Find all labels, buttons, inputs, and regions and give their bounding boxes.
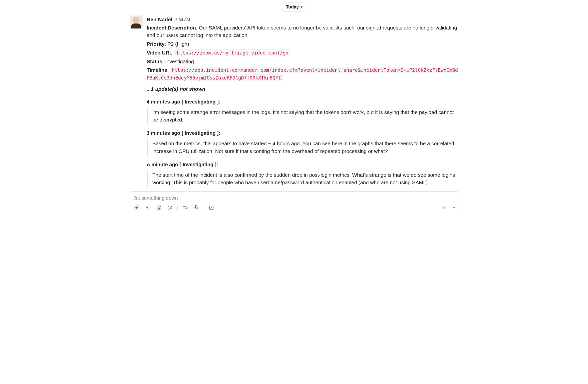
incident-description-label: Incident Description (147, 25, 196, 30)
svg-rect-4 (195, 205, 197, 208)
message-author[interactable]: Ben Nadel (147, 16, 172, 24)
priority-label: Priority (147, 41, 165, 47)
video-url-line: Video URL: https://zoom.us/my-triage-vid… (147, 49, 458, 57)
timeline-line: Timeline: https://app.incident-commander… (147, 66, 458, 82)
video-url-link[interactable]: https://zoom.us/my-triage-video-conf/go (175, 50, 290, 56)
priority-value: P2 (High) (167, 41, 189, 47)
timeline-label: Timeline (147, 67, 167, 73)
svg-point-0 (157, 206, 161, 210)
update-quote: The start time of the incident is also c… (147, 171, 458, 187)
message-content: Incident Description: Our SAML providers… (147, 24, 458, 187)
at-icon: @ (167, 204, 172, 212)
composer-input[interactable] (132, 194, 457, 204)
toolbar-separator (204, 205, 204, 210)
video-icon (182, 205, 188, 210)
incident-description-line: Incident Description: Our SAML providers… (147, 24, 458, 40)
record-video-button[interactable] (182, 204, 189, 211)
date-label: Today (286, 4, 299, 10)
svg-rect-3 (183, 206, 186, 209)
update-quote: I'm seeing some strange error messages i… (147, 108, 458, 124)
shortcuts-button[interactable] (208, 204, 215, 211)
update-quote: Based on the metrics, this appears to ha… (147, 139, 458, 156)
formatting-button[interactable]: Aa (144, 204, 151, 211)
status-label: Status (147, 58, 162, 64)
message-header: Ben Nadel 6:34 AM (147, 16, 458, 24)
composer: + Aa @ (129, 192, 459, 214)
chevron-down-icon: ▾ (301, 4, 303, 10)
message-row: Ben Nadel 6:34 AM Incident Description: … (123, 12, 465, 188)
date-jump-button[interactable]: Today ▾ (281, 2, 308, 12)
status-line: Status: Investigating (147, 58, 458, 66)
update-body: The start time of the incident is also c… (152, 172, 455, 186)
status-value: Investigating (165, 58, 194, 64)
update-body: Based on the metrics, this appears to ha… (152, 140, 454, 154)
composer-area: + Aa @ (123, 188, 465, 218)
message-timestamp[interactable]: 6:34 AM (175, 17, 190, 23)
composer-toolbar: + Aa @ (132, 204, 457, 213)
mention-button[interactable]: @ (166, 204, 173, 211)
update-heading: A minute ago [ Investigating ]: (147, 161, 458, 168)
microphone-icon (194, 205, 199, 211)
slash-box-icon (209, 205, 214, 210)
update-heading: 3 minutes ago [ Investigating ]: (147, 129, 458, 137)
timeline-url-link[interactable]: https://app.incident-commander.com/index… (147, 67, 458, 81)
hidden-updates-notice: ...1 update(s) not shown (147, 85, 458, 93)
record-audio-button[interactable] (193, 204, 200, 211)
emoji-icon (156, 205, 162, 210)
toolbar-separator (177, 205, 178, 210)
update-block: 4 minutes ago [ Investigating ]: I'm see… (147, 98, 458, 124)
update-heading: 4 minutes ago [ Investigating ]: (147, 98, 458, 106)
plus-icon: + (135, 204, 138, 212)
svg-point-2 (159, 207, 160, 208)
send-icon (441, 205, 447, 210)
update-block: A minute ago [ Investigating ]: The star… (147, 161, 458, 187)
avatar[interactable] (130, 16, 143, 28)
attach-button[interactable]: + (133, 204, 140, 212)
send-options-button[interactable]: ▾ (452, 204, 456, 211)
chevron-down-icon: ▾ (453, 205, 455, 210)
video-url-label: Video URL (147, 50, 172, 56)
send-button[interactable] (441, 204, 448, 211)
update-body: I'm seeing some strange error messages i… (152, 109, 454, 123)
priority-line: Priority: P2 (High) (147, 40, 458, 48)
emoji-button[interactable] (155, 204, 162, 211)
svg-point-1 (158, 207, 158, 208)
date-divider: Today ▾ (123, 2, 465, 12)
formatting-icon: Aa (145, 204, 150, 211)
update-block: 3 minutes ago [ Investigating ]: Based o… (147, 129, 458, 156)
